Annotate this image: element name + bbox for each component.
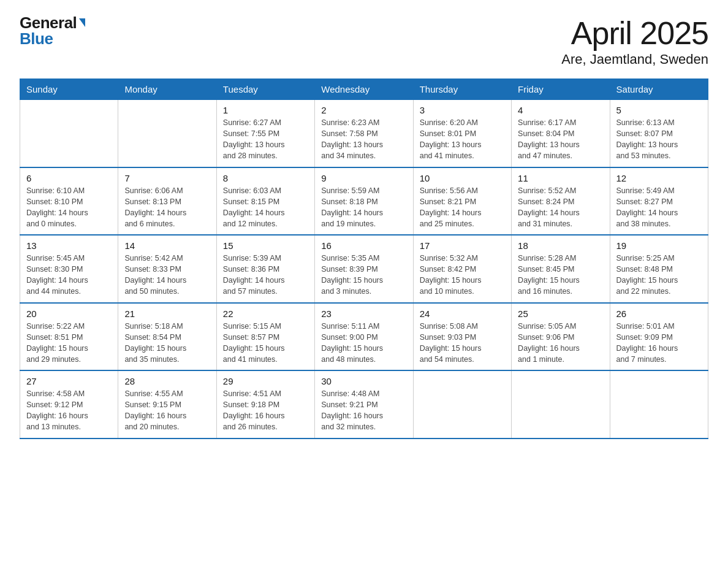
calendar-cell: 19Sunrise: 5:25 AMSunset: 8:48 PMDayligh… [610, 235, 708, 303]
day-info: Sunrise: 5:45 AMSunset: 8:30 PMDaylight:… [26, 253, 112, 297]
calendar-cell [610, 370, 708, 439]
day-number: 10 [420, 173, 505, 183]
calendar-cell: 7Sunrise: 6:06 AMSunset: 8:13 PMDaylight… [118, 167, 216, 236]
day-number: 26 [616, 308, 702, 319]
calendar-cell: 13Sunrise: 5:45 AMSunset: 8:30 PMDayligh… [20, 235, 118, 303]
calendar-cell: 24Sunrise: 5:08 AMSunset: 9:03 PMDayligh… [413, 303, 511, 371]
page-header: General Blue April 2025 Are, Jaemtland, … [20, 15, 708, 67]
calendar-cell: 12Sunrise: 5:49 AMSunset: 8:27 PMDayligh… [610, 167, 708, 236]
header-thursday: Thursday [413, 79, 511, 100]
week-row-5: 27Sunrise: 4:58 AMSunset: 9:12 PMDayligh… [20, 370, 708, 439]
page-title: April 2025 [561, 15, 708, 52]
calendar-cell: 2Sunrise: 6:23 AMSunset: 7:58 PMDaylight… [315, 100, 413, 167]
calendar-cell: 5Sunrise: 6:13 AMSunset: 8:07 PMDaylight… [610, 100, 708, 167]
day-number: 3 [420, 105, 505, 115]
day-number: 5 [616, 105, 702, 115]
calendar-cell: 25Sunrise: 5:05 AMSunset: 9:06 PMDayligh… [512, 303, 610, 371]
calendar-cell: 9Sunrise: 5:59 AMSunset: 8:18 PMDaylight… [315, 167, 413, 236]
day-info: Sunrise: 5:56 AMSunset: 8:21 PMDaylight:… [420, 185, 505, 230]
calendar-cell: 23Sunrise: 5:11 AMSunset: 9:00 PMDayligh… [315, 303, 413, 371]
calendar-cell [512, 370, 610, 439]
calendar-cell: 18Sunrise: 5:28 AMSunset: 8:45 PMDayligh… [512, 235, 610, 303]
day-number: 27 [26, 376, 112, 386]
day-number: 6 [26, 173, 112, 183]
day-number: 11 [518, 173, 603, 183]
day-info: Sunrise: 6:17 AMSunset: 8:04 PMDaylight:… [518, 117, 603, 162]
day-number: 29 [223, 376, 308, 386]
calendar-cell: 6Sunrise: 6:10 AMSunset: 8:10 PMDaylight… [20, 167, 118, 236]
calendar-cell: 10Sunrise: 5:56 AMSunset: 8:21 PMDayligh… [413, 167, 511, 236]
day-info: Sunrise: 5:59 AMSunset: 8:18 PMDaylight:… [321, 185, 406, 230]
day-number: 24 [420, 308, 505, 319]
title-section: April 2025 Are, Jaemtland, Sweden [561, 15, 708, 67]
day-number: 23 [321, 308, 406, 319]
day-number: 1 [223, 105, 308, 115]
calendar-cell: 16Sunrise: 5:35 AMSunset: 8:39 PMDayligh… [315, 235, 413, 303]
calendar-cell: 28Sunrise: 4:55 AMSunset: 9:15 PMDayligh… [118, 370, 216, 439]
day-info: Sunrise: 5:25 AMSunset: 8:48 PMDaylight:… [616, 253, 702, 297]
calendar-cell: 4Sunrise: 6:17 AMSunset: 8:04 PMDaylight… [512, 100, 610, 167]
day-info: Sunrise: 6:10 AMSunset: 8:10 PMDaylight:… [26, 185, 112, 230]
day-info: Sunrise: 5:49 AMSunset: 8:27 PMDaylight:… [616, 185, 702, 230]
day-info: Sunrise: 5:05 AMSunset: 9:06 PMDaylight:… [518, 321, 603, 366]
calendar-cell: 21Sunrise: 5:18 AMSunset: 8:54 PMDayligh… [118, 303, 216, 371]
day-info: Sunrise: 5:22 AMSunset: 8:51 PMDaylight:… [26, 321, 112, 366]
day-info: Sunrise: 5:08 AMSunset: 9:03 PMDaylight:… [420, 321, 505, 366]
week-row-1: 1Sunrise: 6:27 AMSunset: 7:55 PMDaylight… [20, 100, 708, 167]
day-number: 20 [26, 308, 112, 319]
day-number: 2 [321, 105, 406, 115]
calendar-cell: 1Sunrise: 6:27 AMSunset: 7:55 PMDaylight… [216, 100, 314, 167]
day-number: 16 [321, 240, 406, 251]
calendar-cell: 29Sunrise: 4:51 AMSunset: 9:18 PMDayligh… [216, 370, 314, 439]
day-info: Sunrise: 6:27 AMSunset: 7:55 PMDaylight:… [223, 117, 308, 162]
calendar-cell: 30Sunrise: 4:48 AMSunset: 9:21 PMDayligh… [315, 370, 413, 439]
logo: General Blue [20, 15, 85, 47]
day-number: 18 [518, 240, 603, 251]
day-info: Sunrise: 5:52 AMSunset: 8:24 PMDaylight:… [518, 185, 603, 230]
calendar-cell: 11Sunrise: 5:52 AMSunset: 8:24 PMDayligh… [512, 167, 610, 236]
day-info: Sunrise: 6:13 AMSunset: 8:07 PMDaylight:… [616, 117, 702, 162]
day-info: Sunrise: 5:32 AMSunset: 8:42 PMDaylight:… [420, 253, 505, 297]
day-number: 13 [26, 240, 112, 251]
day-number: 14 [124, 240, 210, 251]
day-info: Sunrise: 6:23 AMSunset: 7:58 PMDaylight:… [321, 117, 406, 162]
day-info: Sunrise: 6:03 AMSunset: 8:15 PMDaylight:… [223, 185, 308, 230]
calendar-table: SundayMondayTuesdayWednesdayThursdayFrid… [20, 79, 708, 439]
day-number: 25 [518, 308, 603, 319]
header-sunday: Sunday [20, 79, 118, 100]
week-row-4: 20Sunrise: 5:22 AMSunset: 8:51 PMDayligh… [20, 303, 708, 371]
day-number: 21 [124, 308, 210, 319]
day-number: 22 [223, 308, 308, 319]
calendar-cell: 26Sunrise: 5:01 AMSunset: 9:09 PMDayligh… [610, 303, 708, 371]
day-info: Sunrise: 5:39 AMSunset: 8:36 PMDaylight:… [223, 253, 308, 297]
header-saturday: Saturday [610, 79, 708, 100]
day-info: Sunrise: 6:06 AMSunset: 8:13 PMDaylight:… [124, 185, 210, 230]
calendar-cell: 20Sunrise: 5:22 AMSunset: 8:51 PMDayligh… [20, 303, 118, 371]
day-info: Sunrise: 5:18 AMSunset: 8:54 PMDaylight:… [124, 321, 210, 366]
logo-arrow-icon [79, 18, 85, 27]
day-number: 12 [616, 173, 702, 183]
day-number: 8 [223, 173, 308, 183]
calendar-cell: 27Sunrise: 4:58 AMSunset: 9:12 PMDayligh… [20, 370, 118, 439]
calendar-header-row: SundayMondayTuesdayWednesdayThursdayFrid… [20, 79, 708, 100]
day-info: Sunrise: 4:58 AMSunset: 9:12 PMDaylight:… [26, 388, 112, 433]
calendar-cell: 22Sunrise: 5:15 AMSunset: 8:57 PMDayligh… [216, 303, 314, 371]
week-row-3: 13Sunrise: 5:45 AMSunset: 8:30 PMDayligh… [20, 235, 708, 303]
calendar-cell: 14Sunrise: 5:42 AMSunset: 8:33 PMDayligh… [118, 235, 216, 303]
day-number: 17 [420, 240, 505, 251]
week-row-2: 6Sunrise: 6:10 AMSunset: 8:10 PMDaylight… [20, 167, 708, 236]
day-number: 4 [518, 105, 603, 115]
day-info: Sunrise: 5:42 AMSunset: 8:33 PMDaylight:… [124, 253, 210, 297]
day-info: Sunrise: 5:15 AMSunset: 8:57 PMDaylight:… [223, 321, 308, 366]
logo-general-text: General [20, 15, 77, 31]
day-info: Sunrise: 5:35 AMSunset: 8:39 PMDaylight:… [321, 253, 406, 297]
header-friday: Friday [512, 79, 610, 100]
header-monday: Monday [118, 79, 216, 100]
day-info: Sunrise: 6:20 AMSunset: 8:01 PMDaylight:… [420, 117, 505, 162]
day-info: Sunrise: 5:28 AMSunset: 8:45 PMDaylight:… [518, 253, 603, 297]
day-number: 15 [223, 240, 308, 251]
day-number: 9 [321, 173, 406, 183]
calendar-cell [118, 100, 216, 167]
calendar-cell: 8Sunrise: 6:03 AMSunset: 8:15 PMDaylight… [216, 167, 314, 236]
calendar-cell: 3Sunrise: 6:20 AMSunset: 8:01 PMDaylight… [413, 100, 511, 167]
